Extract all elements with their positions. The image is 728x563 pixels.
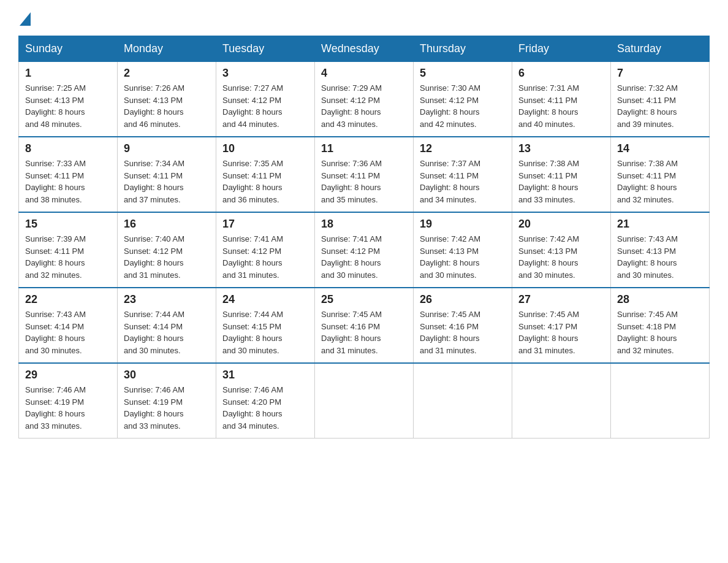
calendar-day-cell: 26 Sunrise: 7:45 AM Sunset: 4:16 PM Dayl…: [414, 288, 512, 363]
day-info: Sunrise: 7:41 AM Sunset: 4:12 PM Dayligh…: [222, 233, 308, 281]
day-info: Sunrise: 7:42 AM Sunset: 4:13 PM Dayligh…: [518, 233, 604, 281]
calendar-day-cell: 24 Sunrise: 7:44 AM Sunset: 4:15 PM Dayl…: [216, 288, 315, 363]
calendar-day-cell: 8 Sunrise: 7:33 AM Sunset: 4:11 PM Dayli…: [19, 137, 118, 212]
calendar-day-cell: 11 Sunrise: 7:36 AM Sunset: 4:11 PM Dayl…: [315, 137, 414, 212]
weekday-header-friday: Friday: [512, 36, 611, 62]
calendar-day-cell: 6 Sunrise: 7:31 AM Sunset: 4:11 PM Dayli…: [512, 62, 611, 137]
day-info: Sunrise: 7:38 AM Sunset: 4:11 PM Dayligh…: [617, 158, 703, 205]
calendar-day-cell: 25 Sunrise: 7:45 AM Sunset: 4:16 PM Dayl…: [315, 288, 414, 363]
day-number: 3: [222, 67, 308, 80]
weekday-header-sunday: Sunday: [19, 36, 118, 62]
calendar-day-cell: 9 Sunrise: 7:34 AM Sunset: 4:11 PM Dayli…: [118, 137, 216, 212]
day-info: Sunrise: 7:27 AM Sunset: 4:12 PM Dayligh…: [222, 82, 308, 130]
day-number: 28: [617, 293, 703, 306]
calendar-day-cell: [611, 363, 710, 439]
calendar-day-cell: 20 Sunrise: 7:42 AM Sunset: 4:13 PM Dayl…: [512, 212, 611, 288]
calendar-day-cell: 16 Sunrise: 7:40 AM Sunset: 4:12 PM Dayl…: [118, 212, 216, 288]
calendar-day-cell: 28 Sunrise: 7:45 AM Sunset: 4:18 PM Dayl…: [611, 288, 710, 363]
calendar-day-cell: 22 Sunrise: 7:43 AM Sunset: 4:14 PM Dayl…: [19, 288, 118, 363]
calendar-day-cell: 29 Sunrise: 7:46 AM Sunset: 4:19 PM Dayl…: [19, 363, 118, 439]
calendar-day-cell: 19 Sunrise: 7:42 AM Sunset: 4:13 PM Dayl…: [414, 212, 512, 288]
day-number: 27: [518, 293, 604, 306]
day-info: Sunrise: 7:34 AM Sunset: 4:11 PM Dayligh…: [124, 158, 210, 205]
day-number: 29: [25, 369, 111, 381]
day-info: Sunrise: 7:46 AM Sunset: 4:19 PM Dayligh…: [25, 384, 111, 432]
calendar-day-cell: 31 Sunrise: 7:46 AM Sunset: 4:20 PM Dayl…: [216, 363, 315, 439]
calendar-week-row: 22 Sunrise: 7:43 AM Sunset: 4:14 PM Dayl…: [19, 288, 710, 363]
weekday-header-monday: Monday: [118, 36, 216, 62]
day-number: 12: [420, 142, 506, 155]
day-info: Sunrise: 7:35 AM Sunset: 4:11 PM Dayligh…: [222, 158, 308, 205]
calendar-day-cell: [315, 363, 414, 439]
day-info: Sunrise: 7:32 AM Sunset: 4:11 PM Dayligh…: [617, 82, 703, 130]
calendar-day-cell: 18 Sunrise: 7:41 AM Sunset: 4:12 PM Dayl…: [315, 212, 414, 288]
day-info: Sunrise: 7:45 AM Sunset: 4:17 PM Dayligh…: [518, 308, 604, 356]
day-info: Sunrise: 7:45 AM Sunset: 4:16 PM Dayligh…: [321, 308, 407, 356]
day-number: 15: [25, 218, 111, 231]
day-info: Sunrise: 7:44 AM Sunset: 4:15 PM Dayligh…: [222, 308, 308, 356]
day-info: Sunrise: 7:45 AM Sunset: 4:16 PM Dayligh…: [420, 308, 506, 356]
calendar-day-cell: 7 Sunrise: 7:32 AM Sunset: 4:11 PM Dayli…: [611, 62, 710, 137]
logo: [18, 12, 31, 23]
day-info: Sunrise: 7:42 AM Sunset: 4:13 PM Dayligh…: [420, 233, 506, 281]
day-info: Sunrise: 7:26 AM Sunset: 4:13 PM Dayligh…: [124, 82, 210, 130]
day-number: 22: [25, 293, 111, 306]
weekday-header-row: SundayMondayTuesdayWednesdayThursdayFrid…: [19, 36, 710, 62]
day-info: Sunrise: 7:31 AM Sunset: 4:11 PM Dayligh…: [518, 82, 604, 130]
day-number: 21: [617, 218, 703, 231]
day-number: 16: [124, 218, 210, 231]
day-info: Sunrise: 7:25 AM Sunset: 4:13 PM Dayligh…: [25, 82, 111, 130]
calendar-day-cell: 23 Sunrise: 7:44 AM Sunset: 4:14 PM Dayl…: [118, 288, 216, 363]
day-number: 19: [420, 218, 506, 231]
day-info: Sunrise: 7:45 AM Sunset: 4:18 PM Dayligh…: [617, 308, 703, 356]
day-number: 17: [222, 218, 308, 231]
calendar-day-cell: 15 Sunrise: 7:39 AM Sunset: 4:11 PM Dayl…: [19, 212, 118, 288]
weekday-header-wednesday: Wednesday: [315, 36, 414, 62]
weekday-header-thursday: Thursday: [414, 36, 512, 62]
day-number: 10: [222, 142, 308, 155]
calendar-week-row: 29 Sunrise: 7:46 AM Sunset: 4:19 PM Dayl…: [19, 363, 710, 439]
day-number: 9: [124, 142, 210, 155]
calendar-day-cell: 21 Sunrise: 7:43 AM Sunset: 4:13 PM Dayl…: [611, 212, 710, 288]
day-number: 23: [124, 293, 210, 306]
calendar-day-cell: 5 Sunrise: 7:30 AM Sunset: 4:12 PM Dayli…: [414, 62, 512, 137]
calendar-day-cell: 27 Sunrise: 7:45 AM Sunset: 4:17 PM Dayl…: [512, 288, 611, 363]
day-info: Sunrise: 7:43 AM Sunset: 4:13 PM Dayligh…: [617, 233, 703, 281]
day-info: Sunrise: 7:39 AM Sunset: 4:11 PM Dayligh…: [25, 233, 111, 281]
page-header: [18, 12, 710, 23]
day-info: Sunrise: 7:30 AM Sunset: 4:12 PM Dayligh…: [420, 82, 506, 130]
day-number: 18: [321, 218, 407, 231]
day-number: 11: [321, 142, 407, 155]
day-number: 1: [25, 67, 111, 80]
calendar-day-cell: 4 Sunrise: 7:29 AM Sunset: 4:12 PM Dayli…: [315, 62, 414, 137]
day-info: Sunrise: 7:37 AM Sunset: 4:11 PM Dayligh…: [420, 158, 506, 205]
calendar-day-cell: 30 Sunrise: 7:46 AM Sunset: 4:19 PM Dayl…: [118, 363, 216, 439]
day-number: 31: [222, 369, 308, 381]
calendar-day-cell: 14 Sunrise: 7:38 AM Sunset: 4:11 PM Dayl…: [611, 137, 710, 212]
calendar-table: SundayMondayTuesdayWednesdayThursdayFrid…: [18, 36, 710, 439]
calendar-week-row: 8 Sunrise: 7:33 AM Sunset: 4:11 PM Dayli…: [19, 137, 710, 212]
calendar-day-cell: [512, 363, 611, 439]
day-info: Sunrise: 7:36 AM Sunset: 4:11 PM Dayligh…: [321, 158, 407, 205]
day-info: Sunrise: 7:29 AM Sunset: 4:12 PM Dayligh…: [321, 82, 407, 130]
calendar-day-cell: 17 Sunrise: 7:41 AM Sunset: 4:12 PM Dayl…: [216, 212, 315, 288]
day-info: Sunrise: 7:46 AM Sunset: 4:19 PM Dayligh…: [124, 384, 210, 432]
calendar-day-cell: 13 Sunrise: 7:38 AM Sunset: 4:11 PM Dayl…: [512, 137, 611, 212]
day-info: Sunrise: 7:46 AM Sunset: 4:20 PM Dayligh…: [222, 384, 308, 432]
calendar-day-cell: 10 Sunrise: 7:35 AM Sunset: 4:11 PM Dayl…: [216, 137, 315, 212]
day-number: 30: [124, 369, 210, 381]
day-number: 6: [518, 67, 604, 80]
day-info: Sunrise: 7:44 AM Sunset: 4:14 PM Dayligh…: [124, 308, 210, 356]
calendar-week-row: 15 Sunrise: 7:39 AM Sunset: 4:11 PM Dayl…: [19, 212, 710, 288]
day-number: 7: [617, 67, 703, 80]
day-info: Sunrise: 7:41 AM Sunset: 4:12 PM Dayligh…: [321, 233, 407, 281]
calendar-day-cell: 1 Sunrise: 7:25 AM Sunset: 4:13 PM Dayli…: [19, 62, 118, 137]
logo-triangle-icon: [20, 12, 31, 26]
svg-marker-0: [20, 12, 31, 26]
day-info: Sunrise: 7:43 AM Sunset: 4:14 PM Dayligh…: [25, 308, 111, 356]
day-number: 13: [518, 142, 604, 155]
day-number: 8: [25, 142, 111, 155]
day-number: 4: [321, 67, 407, 80]
day-number: 5: [420, 67, 506, 80]
calendar-day-cell: [414, 363, 512, 439]
